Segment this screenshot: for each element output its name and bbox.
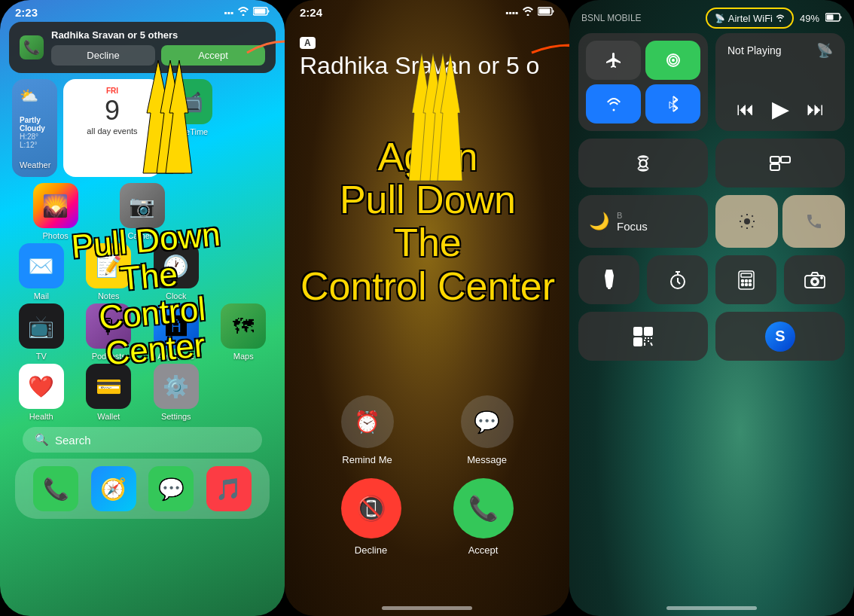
search-icon: 🔍 — [35, 433, 49, 447]
decline-btn[interactable]: 📵 — [341, 478, 401, 538]
svg-rect-41 — [646, 329, 651, 334]
wifi-btn[interactable] — [586, 84, 641, 124]
screen-mirror-btn[interactable] — [715, 139, 845, 188]
status-bar-panel3: BSNL MOBILE 📡 Airtel WiFi 49% — [569, 0, 854, 33]
shazam-btn[interactable]: S — [715, 312, 845, 361]
orientation-lock-btn[interactable] — [578, 139, 708, 188]
calculator-btn[interactable] — [715, 255, 776, 304]
dock-safari[interactable]: 🧭 — [91, 466, 136, 511]
accept-label: Accept — [468, 544, 499, 556]
battery-icon-3 — [825, 11, 842, 25]
brightness-volume-group — [715, 195, 845, 248]
svg-rect-1 — [255, 9, 266, 14]
svg-point-28 — [741, 279, 743, 282]
svg-line-50 — [651, 343, 652, 346]
svg-rect-43 — [636, 340, 640, 344]
battery-icon-2 — [538, 7, 554, 18]
decline-action[interactable]: 📵 Decline — [341, 478, 401, 556]
svg-point-23 — [744, 218, 750, 224]
health-label: Health — [29, 412, 53, 421]
apps-side-col: 📹 FaceTime — [167, 79, 212, 177]
notification-banner[interactable]: 📞 Radhika Sravan or 5 others Decline Acc… — [9, 22, 276, 73]
svg-point-32 — [745, 283, 747, 285]
app-settings[interactable]: ⚙️ Settings — [147, 364, 206, 421]
svg-rect-27 — [741, 273, 752, 277]
photos-icon: 🌄 — [33, 183, 78, 228]
cellular-btn[interactable] — [645, 41, 700, 80]
svg-rect-14 — [827, 15, 834, 20]
dock: 📞 🧭 💬 🎵 — [15, 459, 270, 519]
focus-tile[interactable]: 🌙 B Focus — [578, 195, 708, 248]
brightness-btn[interactable] — [715, 195, 778, 248]
widget-row: ⛅ Partly Cloudy H:28° L:12° Weather FRI … — [0, 79, 285, 177]
volume-btn[interactable] — [782, 195, 845, 248]
weather-range: H:28° L:12° — [20, 133, 50, 149]
dock-messages[interactable]: 💬 — [148, 466, 194, 511]
control-center-main: Not Playing 📡 ⏮ ▶ ⏭ 🌙 — [569, 33, 854, 361]
app-facetime[interactable]: 📹 FaceTime — [167, 79, 212, 136]
prev-btn[interactable]: ⏮ — [737, 99, 755, 120]
overlay-text-panel2: AgainPull DownTheControl Center — [300, 136, 556, 308]
next-btn[interactable]: ⏭ — [807, 99, 825, 120]
status-bar-panel1: 2:23 ▪▪▪ — [0, 0, 285, 22]
dock-phone[interactable]: 📞 — [33, 466, 78, 511]
notif-action-buttons: Decline Accept — [51, 45, 265, 66]
play-btn[interactable]: ▶ — [772, 96, 789, 122]
remind-me-action[interactable]: ⏰ Remind Me — [341, 395, 394, 465]
bluetooth-btn[interactable] — [645, 84, 700, 124]
calendar-widget[interactable]: FRI 9 all day events — [63, 79, 161, 177]
remind-me-label: Remind Me — [342, 454, 392, 465]
svg-point-19 — [639, 160, 646, 166]
message-action[interactable]: 💬 Message — [461, 395, 514, 465]
svg-point-36 — [812, 279, 817, 284]
signal-area: BSNL MOBILE — [581, 13, 642, 23]
notif-decline-btn[interactable]: Decline — [51, 45, 155, 66]
notif-accept-btn[interactable]: Accept — [161, 45, 265, 66]
cal-events: all day events — [87, 127, 137, 136]
home-indicator-2 — [382, 606, 472, 610]
cc-row2 — [578, 139, 845, 188]
weather-widget[interactable]: ⛅ Partly Cloudy H:28° L:12° Weather — [12, 79, 57, 177]
battery-icon — [253, 7, 270, 18]
dock-music[interactable]: 🎵 — [206, 466, 252, 511]
focus-info: B Focus — [617, 211, 648, 233]
shazam-icon: S — [765, 322, 795, 352]
notif-title: Radhika Sravan or 5 others — [51, 29, 265, 41]
dock-music-icon: 🎵 — [206, 466, 252, 511]
accept-action[interactable]: 📞 Accept — [453, 478, 514, 556]
time-display: 2:23 — [15, 6, 38, 19]
facetime-label: FaceTime — [172, 127, 209, 136]
svg-rect-21 — [781, 157, 790, 163]
status-bar-panel2: 2:24 ▪▪▪▪ — [285, 0, 569, 22]
wifi-icon — [237, 7, 249, 18]
wallet-label: Wallet — [97, 412, 120, 421]
decline-label: Decline — [355, 544, 387, 556]
svg-rect-7 — [539, 9, 551, 14]
provider-label: BSNL MOBILE — [581, 13, 642, 23]
signal-icon: ▪▪▪ — [224, 8, 233, 18]
svg-point-33 — [749, 283, 751, 285]
qr-scanner-btn[interactable] — [578, 312, 708, 361]
cc-bottom-row: S — [578, 312, 845, 361]
remind-me-btn[interactable]: ⏰ — [341, 395, 394, 448]
settings-label: Settings — [161, 412, 191, 421]
connectivity-tile — [578, 33, 708, 131]
notif-content: Radhika Sravan or 5 others Decline Accep… — [51, 29, 265, 66]
weather-icon: ⛅ — [20, 87, 38, 105]
notif-app-icon: 📞 — [20, 35, 44, 59]
camera-btn[interactable] — [784, 255, 845, 304]
flashlight-btn[interactable] — [578, 255, 639, 304]
timer-btn[interactable] — [647, 255, 708, 304]
focus-subtitle: B — [617, 211, 648, 220]
svg-point-31 — [741, 283, 743, 285]
panel-incoming-call: 2:24 ▪▪▪▪ A Radhika Sravan or 5 o AgainP… — [285, 0, 569, 616]
tv-label: TV — [36, 352, 47, 361]
search-label: Search — [55, 434, 91, 447]
accept-btn[interactable]: 📞 — [453, 478, 514, 538]
moon-icon: 🌙 — [589, 212, 609, 231]
airplay-icon[interactable]: 📡 — [816, 42, 833, 59]
search-bar[interactable]: 🔍 Search — [23, 427, 262, 453]
airplane-mode-btn[interactable] — [586, 41, 641, 80]
message-btn[interactable]: 💬 — [461, 395, 514, 448]
status-icons-2: ▪▪▪▪ — [505, 7, 554, 18]
